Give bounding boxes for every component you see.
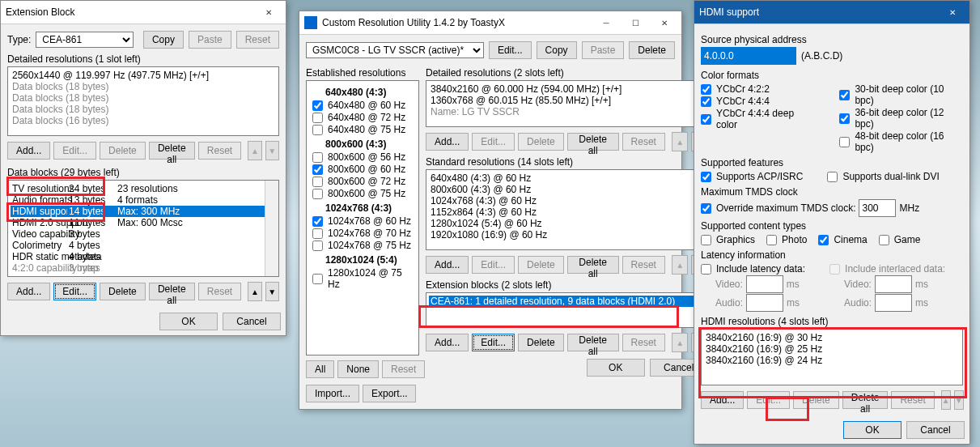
- paste-button[interactable]: Paste: [582, 41, 625, 59]
- db-name[interactable]: TV resolutions: [11, 183, 67, 194]
- detailed-res-list[interactable]: 2560x1440 @ 119.997 Hz (497.75 MHz) [+/+…: [7, 66, 279, 136]
- resolution-checkbox[interactable]: [312, 164, 323, 175]
- db-name[interactable]: HDMI support: [11, 206, 67, 217]
- delete-button[interactable]: Delete: [793, 391, 839, 409]
- deleteall-button[interactable]: Delete all: [567, 334, 619, 351]
- color-format-checkbox[interactable]: [839, 113, 850, 124]
- db-name[interactable]: 4:2:0 capability map: [11, 262, 67, 274]
- move-down-button[interactable]: ▼: [954, 390, 964, 410]
- maximize-icon[interactable]: ☐: [623, 15, 647, 31]
- resolution-checkbox[interactable]: [312, 216, 323, 227]
- color-format-checkbox[interactable]: [701, 96, 711, 107]
- color-format-checkbox[interactable]: [839, 137, 850, 147]
- cancel-button[interactable]: Cancel: [223, 313, 281, 330]
- resolution-checkbox[interactable]: [312, 274, 323, 284]
- color-format-checkbox[interactable]: [701, 84, 711, 95]
- add-button[interactable]: Add...: [701, 391, 744, 409]
- move-down-button[interactable]: ▼: [265, 282, 279, 301]
- dual-link-dvi-checkbox[interactable]: [827, 172, 838, 182]
- db-name[interactable]: Audio formats: [11, 194, 67, 206]
- detailed-list[interactable]: 3840x2160 @ 60.000 Hz (594.00 MHz) [+/+]…: [426, 80, 708, 127]
- list-item[interactable]: 1360x768 @ 60.015 Hz (85.50 MHz) [+/+]: [429, 95, 705, 106]
- deleteall-button[interactable]: Delete all: [149, 142, 195, 160]
- cancel-button[interactable]: Cancel: [906, 421, 965, 439]
- db-name[interactable]: HDMI 2.0 support: [11, 217, 67, 228]
- deleteall-button[interactable]: Delete all: [567, 133, 619, 151]
- list-item[interactable]: 3840x2160 (16:9) @ 25 Hz: [704, 343, 960, 355]
- type-select[interactable]: CEA-861: [36, 32, 134, 48]
- move-up-button[interactable]: ▲: [248, 141, 261, 160]
- reset-button[interactable]: Reset: [382, 360, 425, 378]
- copy-button[interactable]: Copy: [537, 41, 577, 59]
- override-tmds-checkbox[interactable]: [701, 203, 711, 214]
- list-item[interactable]: 3840x2160 (16:9) @ 30 Hz: [704, 332, 960, 343]
- edit-button[interactable]: Edit...: [472, 334, 515, 351]
- deleteall-button[interactable]: Delete all: [567, 256, 619, 274]
- ok-button[interactable]: OK: [587, 359, 645, 377]
- established-list[interactable]: 640x480 (4:3)640x480 @ 60 Hz640x480 @ 72…: [306, 80, 419, 355]
- scrollbar[interactable]: [265, 181, 278, 276]
- delete-button[interactable]: Delete: [100, 142, 146, 160]
- close-icon[interactable]: ✕: [940, 4, 965, 20]
- reset-button[interactable]: Reset: [891, 391, 934, 409]
- list-item[interactable]: CEA-861: 1 detailed resolution, 9 data b…: [429, 296, 705, 307]
- reset-button[interactable]: Reset: [236, 31, 279, 49]
- db-name[interactable]: Video capability: [11, 228, 67, 240]
- list-item[interactable]: 1280x1024 (5:4) @ 60 Hz: [429, 218, 705, 229]
- list-item[interactable]: 1024x768 (4:3) @ 60 Hz: [429, 195, 705, 206]
- move-up-button[interactable]: ▲: [672, 132, 688, 151]
- move-down-button[interactable]: ▼: [265, 141, 279, 160]
- export-button[interactable]: Export...: [363, 385, 416, 402]
- delete-button[interactable]: Delete: [100, 283, 146, 300]
- datablocks-list[interactable]: TV resolutions24 bytes23 resolutions Aud…: [7, 180, 279, 277]
- resolution-checkbox[interactable]: [312, 228, 323, 239]
- list-item[interactable]: 1152x864 (4:3) @ 60 Hz: [429, 206, 705, 218]
- copy-button[interactable]: Copy: [143, 31, 184, 49]
- content-type-checkbox[interactable]: [818, 235, 829, 245]
- standard-list[interactable]: 640x480 (4:3) @ 60 Hz 800x600 (4:3) @ 60…: [426, 169, 708, 250]
- list-item[interactable]: 1920x1080 (16:9) @ 60 Hz: [429, 229, 705, 241]
- reset-button[interactable]: Reset: [622, 256, 665, 274]
- color-format-checkbox[interactable]: [839, 90, 850, 100]
- add-button[interactable]: Add...: [426, 256, 469, 274]
- tmds-input[interactable]: [859, 199, 896, 217]
- color-format-checkbox[interactable]: [701, 114, 711, 125]
- delete-button[interactable]: Delete: [518, 133, 564, 151]
- acp-isrc-checkbox[interactable]: [701, 172, 711, 182]
- paste-button[interactable]: Paste: [189, 31, 231, 49]
- list-item[interactable]: 640x480 (4:3) @ 60 Hz: [429, 172, 705, 184]
- move-up-button[interactable]: ▲: [248, 282, 261, 301]
- close-icon[interactable]: ✕: [652, 15, 677, 31]
- delete-button[interactable]: Delete: [629, 41, 675, 59]
- list-item[interactable]: 800x600 (4:3) @ 60 Hz: [429, 184, 705, 195]
- list-item[interactable]: 3840x2160 (16:9) @ 24 Hz: [704, 355, 960, 366]
- list-item[interactable]: 2560x1440 @ 119.997 Hz (497.75 MHz) [+/+…: [11, 70, 276, 81]
- db-name[interactable]: HDR static metadata: [11, 251, 67, 262]
- move-up-button[interactable]: ▲: [672, 255, 688, 275]
- all-button[interactable]: All: [306, 360, 334, 378]
- minimize-icon[interactable]: ─: [594, 15, 618, 31]
- spa-input[interactable]: [701, 47, 796, 65]
- close-icon[interactable]: ✕: [257, 4, 281, 20]
- resolution-checkbox[interactable]: [312, 100, 323, 111]
- reset-button[interactable]: Reset: [622, 334, 665, 351]
- deleteall-button[interactable]: Delete all: [842, 391, 889, 409]
- resolution-checkbox[interactable]: [312, 189, 323, 199]
- resolution-checkbox[interactable]: [312, 113, 323, 123]
- none-button[interactable]: None: [337, 360, 379, 378]
- edit-button[interactable]: Edit...: [489, 41, 532, 59]
- ok-button[interactable]: OK: [843, 421, 902, 439]
- content-type-checkbox[interactable]: [879, 235, 889, 245]
- delete-button[interactable]: Delete: [518, 256, 564, 274]
- ok-button[interactable]: OK: [159, 313, 218, 330]
- edit-button[interactable]: Edit...: [747, 391, 790, 409]
- edit-button[interactable]: Edit...: [472, 133, 515, 151]
- resolution-checkbox[interactable]: [312, 125, 323, 135]
- extension-list[interactable]: CEA-861: 1 detailed resolution, 9 data b…: [426, 292, 708, 328]
- resolution-checkbox[interactable]: [312, 152, 323, 163]
- reset-button[interactable]: Reset: [198, 283, 241, 300]
- content-type-checkbox[interactable]: [701, 235, 711, 245]
- import-button[interactable]: Import...: [306, 385, 359, 402]
- content-type-checkbox[interactable]: [766, 235, 777, 245]
- db-name[interactable]: Colorimetry: [11, 240, 67, 251]
